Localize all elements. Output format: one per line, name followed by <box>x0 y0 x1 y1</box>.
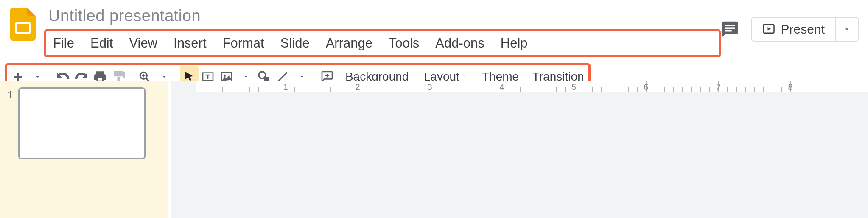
svg-rect-1 <box>725 25 735 26</box>
menu-help[interactable]: Help <box>498 34 530 53</box>
ruler-tick-minor <box>601 87 602 92</box>
ruler-tick-minor <box>628 87 629 92</box>
vertical-ruler-gutter <box>171 81 196 218</box>
ruler-label: 5 <box>571 82 576 92</box>
svg-rect-3 <box>725 30 732 32</box>
ruler-tick-minor <box>258 87 259 92</box>
ruler-tick-minor <box>367 87 367 92</box>
ruler-tick-minor <box>412 87 412 92</box>
chevron-down-icon <box>34 73 42 81</box>
ruler-label: 8 <box>788 82 792 92</box>
ruler-tick-minor <box>340 87 340 92</box>
app-logo[interactable] <box>10 4 44 41</box>
ruler-tick-minor <box>232 87 232 92</box>
chevron-down-icon <box>464 73 465 81</box>
ruler-tick-minor <box>664 87 665 92</box>
menu-arrange[interactable]: Arrange <box>323 34 375 53</box>
ruler-tick-minor <box>781 87 782 92</box>
ruler-tick-minor <box>763 87 764 92</box>
svg-rect-5 <box>114 71 122 75</box>
menu-file[interactable]: File <box>50 34 77 53</box>
ruler-tick-minor <box>736 87 737 92</box>
ruler-tick-minor <box>466 87 466 92</box>
ruler-tick-minor <box>529 87 529 92</box>
ruler-tick-minor <box>700 87 701 92</box>
ruler-tick-minor <box>655 87 655 92</box>
present-button[interactable]: Present <box>751 17 836 42</box>
menubar-highlight: File Edit View Insert Format Slide Arran… <box>44 29 721 57</box>
ruler-label: 4 <box>499 82 504 92</box>
ruler-tick-minor <box>547 87 547 92</box>
ruler-label: 1 <box>283 82 288 92</box>
ruler-tick-minor <box>592 87 593 92</box>
menu-slide[interactable]: Slide <box>278 34 312 53</box>
slide-canvas[interactable] <box>196 92 868 218</box>
header: Untitled presentation File Edit View Ins… <box>0 0 868 57</box>
ruler-tick-minor <box>349 87 349 92</box>
ruler-tick-minor <box>222 87 223 92</box>
ruler-tick-minor <box>691 87 692 92</box>
menu-edit[interactable]: Edit <box>88 34 115 53</box>
ruler-tick-minor <box>394 87 394 92</box>
slide-thumbnail[interactable] <box>18 87 146 159</box>
menu-format[interactable]: Format <box>220 34 267 53</box>
ruler-tick-minor <box>520 87 521 92</box>
ruler-tick-minor <box>330 87 331 92</box>
ruler-label: 2 <box>355 82 360 92</box>
ruler-tick-minor <box>565 87 566 92</box>
ruler-tick-minor <box>727 87 728 92</box>
header-right: Present <box>721 4 860 42</box>
ruler-tick-minor <box>421 87 421 92</box>
horizontal-ruler: 12345678 <box>196 81 868 92</box>
canvas-area: 12345678 <box>171 81 868 218</box>
menu-view[interactable]: View <box>126 34 160 53</box>
ruler-tick-minor <box>754 87 755 92</box>
ruler-tick-minor <box>439 87 439 92</box>
ruler-tick-minor <box>538 87 538 92</box>
ruler-tick-minor <box>709 87 710 92</box>
ruler-tick-minor <box>268 87 268 92</box>
ruler-tick-minor <box>277 87 277 92</box>
comments-icon[interactable] <box>721 20 739 39</box>
ruler-tick-minor <box>682 87 683 92</box>
ruler-tick-minor <box>773 87 773 92</box>
ruler-tick-minor <box>511 87 511 92</box>
ruler-tick-minor <box>619 87 619 92</box>
slide-number: 1 <box>8 87 13 101</box>
ruler-tick-minor <box>385 87 385 92</box>
chevron-down-icon <box>843 25 851 34</box>
present-icon <box>762 23 775 36</box>
menu-addons[interactable]: Add-ons <box>433 34 487 53</box>
menu-tools[interactable]: Tools <box>386 34 422 53</box>
ruler-tick-minor <box>493 87 493 92</box>
ruler-tick-minor <box>376 87 376 92</box>
ruler-tick-minor <box>457 87 457 92</box>
panel-splitter[interactable] <box>168 81 171 218</box>
document-title[interactable]: Untitled presentation <box>44 4 721 29</box>
menu-insert[interactable]: Insert <box>171 34 209 53</box>
ruler-tick-minor <box>673 87 674 92</box>
present-label: Present <box>781 22 825 36</box>
menubar: File Edit View Insert Format Slide Arran… <box>50 34 530 53</box>
ruler-tick-minor <box>556 87 557 92</box>
ruler-tick-minor <box>294 87 295 92</box>
slide-thumbnail-panel[interactable]: 1 <box>0 81 168 218</box>
ruler-tick-minor <box>475 87 475 92</box>
ruler-tick-minor <box>610 87 610 92</box>
chevron-down-icon <box>298 73 306 81</box>
ruler-tick-minor <box>637 87 638 92</box>
ruler-tick-minor <box>403 87 403 92</box>
present-button-group: Present <box>751 17 859 42</box>
ruler-label: 3 <box>427 82 432 92</box>
ruler-tick-minor <box>241 87 241 92</box>
present-dropdown[interactable] <box>836 17 859 42</box>
ruler-tick-minor <box>448 87 448 92</box>
svg-line-16 <box>278 72 287 81</box>
ruler-tick-minor <box>484 87 484 92</box>
ruler-tick-minor <box>249 87 250 92</box>
workspace: 1 12345678 <box>0 81 868 218</box>
ruler-tick-minor <box>322 87 322 92</box>
svg-point-13 <box>224 75 226 76</box>
ruler-label: 6 <box>644 82 648 92</box>
ruler-tick-minor <box>313 87 313 92</box>
